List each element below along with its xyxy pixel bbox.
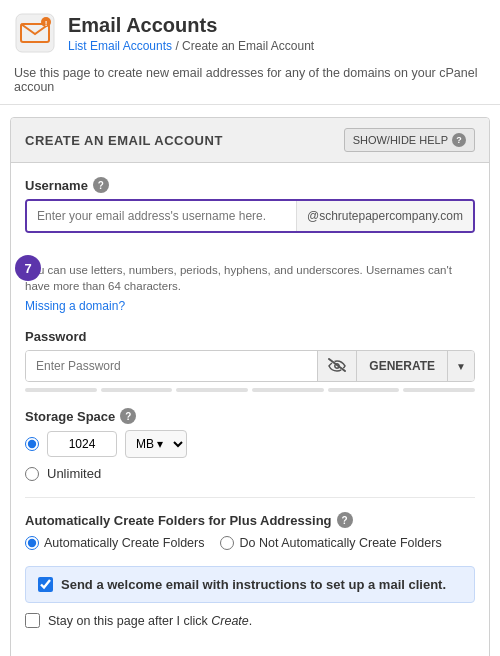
- show-hide-label: SHOW/HIDE HELP: [353, 134, 448, 146]
- do-not-create-option: Do Not Automatically Create Folders: [220, 536, 441, 550]
- strength-segment-4: [252, 388, 324, 392]
- welcome-email-label: Send a welcome email with instructions t…: [61, 577, 446, 592]
- storage-value-input[interactable]: [47, 431, 117, 457]
- storage-options: MB ▾ GB ▾ Unlimited: [25, 430, 475, 481]
- addressing-radio-group: Automatically Create Folders Do Not Auto…: [25, 536, 475, 550]
- auto-create-option: Automatically Create Folders: [25, 536, 204, 550]
- svg-text:!: !: [45, 19, 48, 28]
- auto-create-label: Automatically Create Folders: [44, 536, 204, 550]
- missing-domain-link[interactable]: Missing a domain?: [25, 299, 125, 313]
- username-help-icon[interactable]: ?: [93, 177, 109, 193]
- storage-mb-row: MB ▾ GB ▾: [25, 430, 475, 458]
- breadcrumb: List Email Accounts / Create an Email Ac…: [68, 39, 314, 53]
- password-section: Password GENERATE ▼: [25, 329, 475, 392]
- password-input-wrapper: GENERATE ▼: [25, 350, 475, 382]
- email-accounts-icon: !: [14, 12, 56, 54]
- username-hint: You can use letters, numbers, periods, h…: [25, 262, 475, 294]
- show-hide-help-button[interactable]: SHOW/HIDE HELP ?: [344, 128, 475, 152]
- strength-segment-2: [101, 388, 173, 392]
- card-title: CREATE AN EMAIL ACCOUNT: [25, 133, 223, 148]
- welcome-email-checkbox[interactable]: [38, 577, 53, 592]
- addressing-label: Automatically Create Folders for Plus Ad…: [25, 512, 475, 528]
- password-strength-bar: [25, 388, 475, 392]
- password-input[interactable]: [26, 351, 317, 381]
- storage-help-icon[interactable]: ?: [120, 408, 136, 424]
- strength-segment-3: [176, 388, 248, 392]
- stay-on-page-checkbox[interactable]: [25, 613, 40, 628]
- divider-1: [25, 497, 475, 498]
- generate-btn-group: GENERATE ▼: [356, 351, 474, 381]
- addressing-help-icon[interactable]: ?: [337, 512, 353, 528]
- help-circle-icon: ?: [452, 133, 466, 147]
- password-label: Password: [25, 329, 475, 344]
- username-input[interactable]: [27, 201, 296, 231]
- generate-button[interactable]: GENERATE: [356, 351, 447, 381]
- card-header: CREATE AN EMAIL ACCOUNT SHOW/HIDE HELP ?: [11, 118, 489, 163]
- stay-on-page-section: Stay on this page after I click Create.: [25, 613, 475, 628]
- strength-segment-6: [403, 388, 475, 392]
- step-7-badge: 7: [15, 255, 41, 281]
- password-visibility-toggle[interactable]: [317, 351, 356, 381]
- strength-segment-5: [328, 388, 400, 392]
- storage-section: Storage Space ? MB ▾ GB ▾ Unlimite: [25, 408, 475, 481]
- breadcrumb-link[interactable]: List Email Accounts: [68, 39, 172, 53]
- storage-mb-radio[interactable]: [25, 437, 39, 451]
- breadcrumb-current: Create an Email Account: [182, 39, 314, 53]
- strength-segment-1: [25, 388, 97, 392]
- auto-create-radio[interactable]: [25, 536, 39, 550]
- do-not-create-radio[interactable]: [220, 536, 234, 550]
- username-input-wrapper: @schrutepapercompany.com: [25, 199, 475, 233]
- page-title: Email Accounts: [68, 13, 314, 37]
- storage-unlimited-row: Unlimited: [25, 466, 475, 481]
- storage-label: Storage Space ?: [25, 408, 475, 424]
- page-header: ! Email Accounts List Email Accounts / C…: [0, 0, 500, 60]
- eye-strikethrough-icon: [328, 358, 346, 372]
- storage-unlimited-radio[interactable]: [25, 467, 39, 481]
- stay-on-page-label: Stay on this page after I click Create.: [48, 614, 252, 628]
- page-description: Use this page to create new email addres…: [0, 60, 500, 105]
- create-email-card: CREATE AN EMAIL ACCOUNT SHOW/HIDE HELP ?…: [10, 117, 490, 656]
- do-not-create-label: Do Not Automatically Create Folders: [239, 536, 441, 550]
- addressing-section: Automatically Create Folders for Plus Ad…: [25, 512, 475, 550]
- storage-unlimited-label: Unlimited: [47, 466, 101, 481]
- username-label: Username ?: [25, 177, 475, 193]
- username-domain: @schrutepapercompany.com: [296, 201, 473, 231]
- welcome-email-section: Send a welcome email with instructions t…: [25, 566, 475, 603]
- storage-unit-select[interactable]: MB ▾ GB ▾: [125, 430, 187, 458]
- header-text-block: Email Accounts List Email Accounts / Cre…: [68, 13, 314, 53]
- username-section: Username ? @schrutepapercompany.com 7 Yo…: [25, 177, 475, 313]
- generate-dropdown-button[interactable]: ▼: [447, 351, 474, 381]
- card-body: Username ? @schrutepapercompany.com 7 Yo…: [11, 163, 489, 656]
